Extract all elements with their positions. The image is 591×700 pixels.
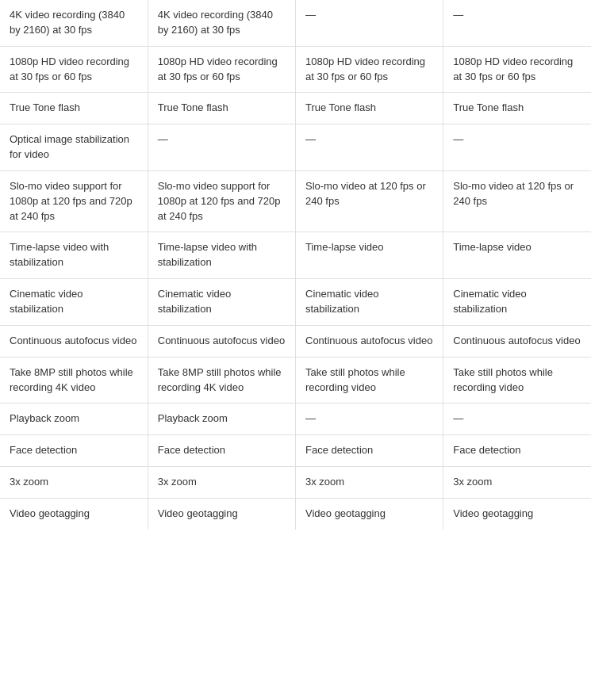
table-row: Slo-mo video support for 1080p at 120 fp… bbox=[0, 170, 591, 232]
table-row: Time-lapse video with stabilizationTime-… bbox=[0, 232, 591, 279]
cell-row11-col3: 3x zoom bbox=[443, 467, 591, 499]
cell-row4-col3: Slo-mo video at 120 fps or 240 fps bbox=[443, 170, 591, 232]
comparison-table: 4K video recording (3840 by 2160) at 30 … bbox=[0, 0, 591, 530]
table-row: 1080p HD video recordingat 30 fps or 60 … bbox=[0, 46, 591, 93]
cell-row1-col0: 1080p HD video recordingat 30 fps or 60 … bbox=[0, 46, 148, 93]
cell-row6-col2: Cinematic video stabilization bbox=[296, 279, 443, 326]
cell-row9-col2: — bbox=[296, 404, 443, 435]
cell-row2-col0: True Tone flash bbox=[0, 93, 148, 124]
cell-row7-col3: Continuous autofocus video bbox=[443, 325, 591, 357]
cell-row9-col1: Playback zoom bbox=[148, 404, 295, 435]
table-row: 4K video recording (3840 by 2160) at 30 … bbox=[0, 0, 591, 46]
cell-row7-col2: Continuous autofocus video bbox=[296, 325, 443, 357]
cell-row8-col2: Take still photos while recording video bbox=[296, 357, 443, 404]
cell-row5-col0: Time-lapse video with stabilization bbox=[0, 232, 148, 279]
table-row: Cinematic video stabilizationCinematic v… bbox=[0, 279, 591, 326]
cell-row3-col1: — bbox=[148, 124, 295, 171]
cell-row8-col1: Take 8MP still photos while recording 4K… bbox=[148, 357, 295, 404]
cell-row2-col2: True Tone flash bbox=[296, 93, 443, 124]
cell-row5-col1: Time-lapse video with stabilization bbox=[148, 232, 295, 279]
table-row: Optical image stabilization for video——— bbox=[0, 124, 591, 171]
table-row: Continuous autofocus videoContinuous aut… bbox=[0, 325, 591, 357]
cell-row10-col3: Face detection bbox=[443, 435, 591, 467]
cell-row1-col1: 1080p HD video recordingat 30 fps or 60 … bbox=[148, 46, 295, 93]
cell-row10-col0: Face detection bbox=[0, 435, 148, 467]
cell-row0-col1: 4K video recording (3840 by 2160) at 30 … bbox=[148, 0, 295, 46]
cell-row0-col3: — bbox=[443, 0, 591, 46]
table-row: 3x zoom3x zoom3x zoom3x zoom bbox=[0, 467, 591, 499]
cell-row0-col0: 4K video recording (3840 by 2160) at 30 … bbox=[0, 0, 148, 46]
cell-row4-col0: Slo-mo video support for 1080p at 120 fp… bbox=[0, 170, 148, 232]
cell-row10-col1: Face detection bbox=[148, 435, 295, 467]
cell-row1-col2: 1080p HD video recordingat 30 fps or 60 … bbox=[296, 46, 443, 93]
cell-row6-col3: Cinematic video stabilization bbox=[443, 279, 591, 326]
table-row: Video geotaggingVideo geotaggingVideo ge… bbox=[0, 498, 591, 529]
cell-row9-col3: — bbox=[443, 404, 591, 435]
cell-row9-col0: Playback zoom bbox=[0, 404, 148, 435]
cell-row6-col1: Cinematic video stabilization bbox=[148, 279, 295, 326]
cell-row8-col0: Take 8MP still photos while recording 4K… bbox=[0, 357, 148, 404]
cell-row12-col0: Video geotagging bbox=[0, 498, 148, 529]
cell-row1-col3: 1080p HD video recordingat 30 fps or 60 … bbox=[443, 46, 591, 93]
cell-row7-col1: Continuous autofocus video bbox=[148, 325, 295, 357]
cell-row4-col1: Slo-mo video support for 1080p at 120 fp… bbox=[148, 170, 295, 232]
cell-row12-col2: Video geotagging bbox=[296, 498, 443, 529]
cell-row7-col0: Continuous autofocus video bbox=[0, 325, 148, 357]
table-row: Face detectionFace detectionFace detecti… bbox=[0, 435, 591, 467]
cell-row11-col2: 3x zoom bbox=[296, 467, 443, 499]
table-row: Take 8MP still photos while recording 4K… bbox=[0, 357, 591, 404]
cell-row2-col1: True Tone flash bbox=[148, 93, 295, 124]
cell-row12-col1: Video geotagging bbox=[148, 498, 295, 529]
cell-row12-col3: Video geotagging bbox=[443, 498, 591, 529]
cell-row4-col2: Slo-mo video at 120 fps or 240 fps bbox=[296, 170, 443, 232]
cell-row10-col2: Face detection bbox=[296, 435, 443, 467]
table-row: Playback zoomPlayback zoom—— bbox=[0, 404, 591, 435]
cell-row3-col3: — bbox=[443, 124, 591, 171]
cell-row6-col0: Cinematic video stabilization bbox=[0, 279, 148, 326]
cell-row5-col3: Time-lapse video bbox=[443, 232, 591, 279]
cell-row3-col2: — bbox=[296, 124, 443, 171]
cell-row8-col3: Take still photos while recording video bbox=[443, 357, 591, 404]
cell-row2-col3: True Tone flash bbox=[443, 93, 591, 124]
cell-row11-col0: 3x zoom bbox=[0, 467, 148, 499]
cell-row0-col2: — bbox=[296, 0, 443, 46]
cell-row5-col2: Time-lapse video bbox=[296, 232, 443, 279]
cell-row11-col1: 3x zoom bbox=[148, 467, 295, 499]
table-row: True Tone flashTrue Tone flashTrue Tone … bbox=[0, 93, 591, 124]
cell-row3-col0: Optical image stabilization for video bbox=[0, 124, 148, 171]
